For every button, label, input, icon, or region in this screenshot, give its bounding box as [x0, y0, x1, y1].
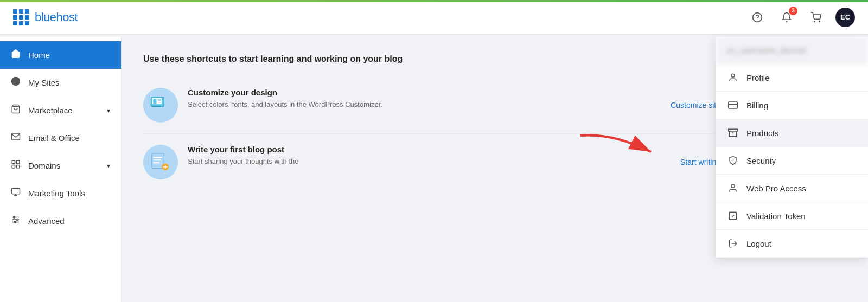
- products-icon: [727, 128, 739, 138]
- web-pro-label: Web Pro Access: [746, 184, 806, 193]
- sidebar-advanced-label: Advanced: [28, 216, 65, 226]
- svg-point-45: [731, 74, 735, 77]
- logout-icon: [727, 239, 739, 248]
- sidebar-marketplace-label: Marketplace: [28, 106, 73, 115]
- blog-icon: [150, 151, 171, 173]
- chevron-down-icon: ▾: [107, 107, 110, 114]
- domains-icon: [11, 159, 21, 172]
- marketing-icon: [11, 187, 21, 200]
- logo-area[interactable]: bluehost: [13, 9, 78, 25]
- topbar: bluehost 3 EC: [0, 0, 868, 35]
- notification-badge: 3: [789, 7, 797, 15]
- chevron-down-icon: ▾: [107, 162, 110, 170]
- svg-rect-8: [17, 160, 20, 163]
- home-icon: [11, 49, 21, 61]
- avatar-button[interactable]: EC: [835, 8, 855, 27]
- shortcut-blog-text: Write your first blog post Start sharing…: [188, 145, 671, 167]
- svg-rect-7: [12, 160, 15, 163]
- profile-icon: [727, 73, 739, 82]
- marketplace-icon: [11, 104, 21, 117]
- sidebar-item-marketplace[interactable]: Marketplace ▾: [0, 97, 121, 124]
- billing-label: Billing: [746, 101, 768, 110]
- dropdown-item-web-pro[interactable]: Web Pro Access: [716, 175, 868, 202]
- sidebar-item-advanced[interactable]: Advanced: [0, 207, 121, 235]
- svg-text:W: W: [14, 79, 18, 84]
- dropdown-item-profile[interactable]: Profile: [716, 64, 868, 92]
- help-button[interactable]: [748, 8, 767, 27]
- token-icon: [727, 211, 739, 221]
- svg-rect-24: [157, 102, 161, 103]
- dropdown-item-products[interactable]: Products: [716, 119, 868, 147]
- shortcut-item-design: Customize your design Select colors, fon…: [143, 77, 720, 134]
- svg-point-17: [14, 216, 15, 218]
- sidebar-home-label: Home: [28, 50, 50, 60]
- svg-rect-11: [12, 188, 20, 194]
- svg-rect-46: [729, 102, 738, 108]
- sidebar-my-sites-label: My Sites: [28, 78, 60, 87]
- svg-point-3: [819, 21, 820, 22]
- sidebar-item-home[interactable]: Home: [0, 41, 121, 69]
- svg-rect-9: [12, 165, 15, 168]
- topbar-icons: 3 EC: [748, 8, 855, 27]
- svg-point-18: [17, 219, 18, 221]
- sidebar-item-email-office[interactable]: Email & Office: [0, 124, 121, 152]
- sidebar-domains-label: Domains: [28, 161, 60, 170]
- email-icon: [11, 132, 21, 144]
- shortcut-item-blog: Write your first blog post Start sharing…: [143, 134, 720, 190]
- dropdown-menu: ec_username_blurred Profile Billing Prod…: [716, 37, 868, 258]
- products-label: Products: [746, 128, 778, 138]
- logo-text: bluehost: [35, 10, 78, 24]
- svg-rect-10: [17, 165, 20, 168]
- dropdown-item-validation-token[interactable]: Validation Token: [716, 202, 868, 230]
- shortcuts-title: Use these shortcuts to start learning an…: [143, 54, 720, 64]
- sidebar-item-marketing-tools[interactable]: Marketing Tools: [0, 179, 121, 207]
- svg-rect-48: [729, 129, 738, 131]
- wordpress-icon: W: [11, 76, 21, 89]
- dropdown-item-logout[interactable]: Logout: [716, 230, 868, 258]
- shortcut-design-text: Customize your design Select colors, fon…: [188, 88, 661, 110]
- shortcut-blog-name: Write your first blog post: [188, 145, 671, 154]
- svg-rect-22: [153, 99, 156, 104]
- svg-rect-23: [157, 99, 161, 101]
- cart-button[interactable]: [806, 8, 826, 27]
- sidebar-item-domains[interactable]: Domains ▾: [0, 152, 121, 179]
- advanced-icon: [11, 215, 21, 227]
- validation-token-label: Validation Token: [746, 211, 806, 221]
- security-label: Security: [746, 156, 776, 165]
- billing-icon: [727, 100, 739, 110]
- sidebar-item-my-sites[interactable]: W My Sites: [0, 69, 121, 97]
- web-pro-icon: [727, 183, 739, 193]
- sidebar-email-label: Email & Office: [28, 133, 80, 143]
- dropdown-item-billing[interactable]: Billing: [716, 92, 868, 119]
- svg-point-50: [731, 184, 735, 188]
- green-accent-line: [0, 0, 868, 2]
- security-icon: [727, 156, 739, 165]
- logout-label: Logout: [746, 239, 771, 248]
- start-writing-link[interactable]: Start writing: [680, 158, 720, 166]
- shortcut-design-desc: Select colors, fonts, and layouts in the…: [188, 99, 661, 110]
- svg-point-19: [14, 221, 16, 223]
- design-icon: [150, 94, 171, 116]
- shortcut-blog-desc: Start sharing your thoughts with the: [188, 156, 671, 167]
- shortcut-design-name: Customize your design: [188, 88, 661, 97]
- dropdown-item-security[interactable]: Security: [716, 147, 868, 175]
- dropdown-header-username: ec_username_blurred: [716, 37, 868, 64]
- profile-label: Profile: [746, 73, 770, 82]
- sidebar: Home W My Sites Marketplace ▾ Email & Of…: [0, 37, 122, 302]
- notifications-button[interactable]: 3: [777, 8, 796, 27]
- shortcuts-panel: Use these shortcuts to start learning an…: [143, 54, 720, 190]
- logo-grid-icon: [13, 9, 29, 25]
- shortcut-blog-icon-box: [143, 145, 178, 179]
- customize-site-link[interactable]: Customize site: [671, 101, 720, 110]
- sidebar-marketing-label: Marketing Tools: [28, 189, 85, 198]
- svg-point-2: [814, 21, 815, 22]
- shortcut-design-icon-box: [143, 88, 178, 123]
